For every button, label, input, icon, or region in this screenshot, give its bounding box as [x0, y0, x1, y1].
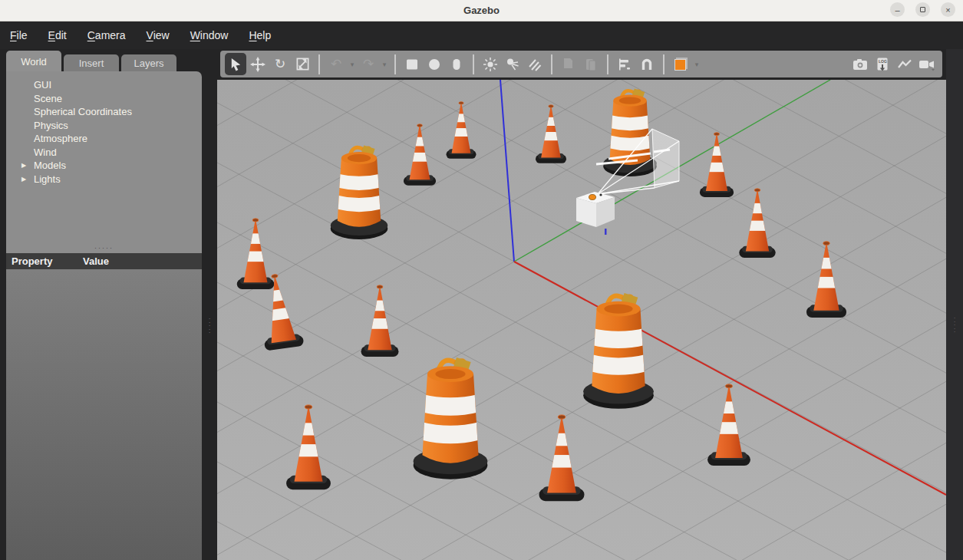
undo-history-dropdown[interactable]: ▾ — [348, 53, 357, 75]
sun-icon — [483, 57, 498, 72]
move-icon — [250, 57, 265, 72]
magnet-icon — [639, 57, 655, 72]
3d-viewport[interactable] — [217, 80, 946, 560]
left-panel: World Insert Layers GUI Scene Spherical … — [0, 49, 217, 560]
chevron-down-icon: ▾ — [695, 61, 699, 68]
expand-arrow-icon: ▶ — [21, 159, 31, 173]
chevron-down-icon: ▾ — [351, 61, 355, 68]
paste-button[interactable] — [580, 53, 602, 75]
paste-icon — [583, 57, 599, 72]
view-cube-icon — [674, 59, 686, 71]
video-camera-icon — [918, 57, 936, 72]
log-record-button[interactable]: LOG — [872, 53, 893, 75]
cylinder-icon — [449, 57, 464, 72]
translate-button[interactable] — [247, 53, 269, 75]
undo-icon: ↶ — [331, 56, 341, 72]
insert-sphere-button[interactable] — [424, 53, 445, 75]
tab-layers[interactable]: Layers — [121, 54, 176, 73]
world-tree: GUI Scene Spherical Coordinates Physics … — [6, 71, 202, 247]
select-button[interactable] — [225, 53, 246, 75]
tab-insert[interactable]: Insert — [64, 54, 119, 73]
rotate-icon: ↻ — [275, 56, 285, 72]
copy-button[interactable] — [558, 53, 579, 75]
menu-window[interactable]: Window — [190, 29, 229, 41]
sphere-icon — [427, 57, 442, 72]
right-splitter-handle[interactable]: ····· — [949, 317, 960, 386]
title-bar: Gazebo – × — [0, 0, 963, 21]
chevron-down-icon: ▾ — [383, 61, 387, 68]
tree-item-scene[interactable]: Scene — [6, 92, 202, 106]
viewport-container — [217, 80, 946, 560]
point-light-button[interactable] — [480, 53, 501, 75]
property-table-header: Property Value — [6, 253, 202, 269]
right-panel-collapsed: ····· — [946, 49, 963, 560]
record-video-button[interactable] — [916, 53, 938, 75]
scale-button[interactable] — [292, 53, 313, 75]
svg-text:LOG: LOG — [879, 59, 887, 64]
log-file-icon: LOG — [875, 57, 890, 72]
menu-view[interactable]: View — [147, 29, 170, 41]
toolbar-separator — [318, 54, 320, 74]
align-button[interactable] — [614, 53, 635, 75]
toolbar-separator — [394, 54, 396, 74]
change-view-button[interactable] — [670, 53, 691, 75]
spot-light-button[interactable] — [502, 53, 523, 75]
value-column-header: Value — [83, 255, 109, 267]
scale-icon — [295, 57, 310, 71]
menu-file[interactable]: File — [10, 29, 28, 41]
toolbar-separator — [607, 54, 608, 74]
insert-cylinder-button[interactable] — [446, 53, 467, 75]
tree-item-lights[interactable]: ▶Lights — [6, 173, 202, 186]
rotate-button[interactable]: ↻ — [269, 53, 291, 75]
spotlight-icon — [505, 57, 520, 72]
cursor-arrow-icon — [229, 57, 243, 71]
menu-edit[interactable]: Edit — [48, 29, 67, 41]
tree-item-atmosphere[interactable]: Atmosphere — [6, 132, 202, 146]
toolbar-separator — [473, 54, 474, 74]
toolbar-separator — [551, 54, 552, 74]
left-splitter-handle[interactable]: ····· — [204, 318, 215, 387]
close-button[interactable]: × — [941, 2, 955, 17]
property-table-body — [6, 269, 202, 560]
cube-icon — [404, 57, 420, 72]
toolbar-separator — [663, 54, 665, 74]
undo-button[interactable]: ↶ — [325, 53, 347, 75]
copy-icon — [561, 57, 576, 72]
insert-box-button[interactable] — [401, 53, 423, 75]
minimize-button[interactable]: – — [890, 2, 905, 17]
tree-item-wind[interactable]: Wind — [6, 146, 202, 160]
plot-button[interactable] — [894, 53, 915, 75]
toolbar-band: ↻ ↶ ▾ ↷ ▾ — [217, 49, 946, 80]
screenshot-button[interactable] — [849, 53, 871, 75]
property-column-header: Property — [6, 255, 83, 267]
menu-bar: File Edit Camera View Window Help — [0, 21, 963, 49]
redo-icon: ↷ — [363, 56, 374, 72]
align-icon — [617, 57, 632, 72]
directional-light-icon — [527, 57, 543, 72]
plot-icon — [896, 57, 913, 72]
toolbar: ↻ ↶ ▾ ↷ ▾ — [220, 51, 942, 77]
change-view-dropdown[interactable]: ▾ — [692, 53, 701, 75]
panel-splitter-handle[interactable]: ····· — [6, 245, 202, 253]
menu-help[interactable]: Help — [249, 29, 271, 41]
expand-arrow-icon: ▶ — [21, 173, 31, 186]
tree-item-models[interactable]: ▶Models — [6, 159, 202, 173]
directional-light-button[interactable] — [524, 53, 546, 75]
snap-button[interactable] — [636, 53, 658, 75]
redo-button[interactable]: ↷ — [358, 53, 379, 75]
redo-history-dropdown[interactable]: ▾ — [380, 53, 389, 75]
panel-tabs: World Insert Layers — [6, 51, 176, 73]
window-title: Gazebo — [463, 5, 500, 16]
restore-icon — [920, 7, 925, 12]
restore-button[interactable] — [915, 2, 930, 17]
camera-icon — [852, 57, 869, 72]
tree-item-physics[interactable]: Physics — [6, 119, 202, 133]
tab-world[interactable]: World — [6, 51, 61, 73]
menu-camera[interactable]: Camera — [87, 29, 126, 41]
tree-item-spherical-coordinates[interactable]: Spherical Coordinates — [6, 105, 202, 119]
tree-item-gui[interactable]: GUI — [6, 78, 202, 92]
